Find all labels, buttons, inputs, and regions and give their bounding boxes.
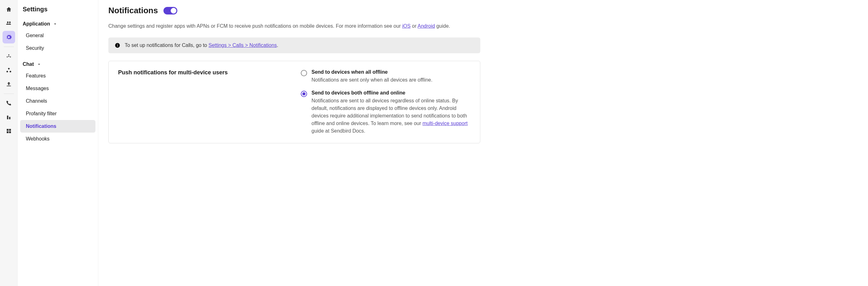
option-offline-online[interactable]: Send to devices both offline and online … <box>301 90 470 135</box>
banner-text: To set up notifications for Calls, go to… <box>125 42 278 48</box>
page-title: Notifications <box>108 6 158 15</box>
sidebar-item-notifications[interactable]: Notifications <box>20 120 95 133</box>
rail-upload[interactable] <box>2 78 15 90</box>
multi-device-card: Push notifications for multi-device user… <box>108 61 480 143</box>
svg-rect-16 <box>117 45 118 46</box>
phone-icon <box>6 100 12 106</box>
icon-rail <box>0 0 18 286</box>
options-group: Send to devices when all offline Notific… <box>301 69 470 135</box>
sidebar-item-channels[interactable]: Channels <box>20 95 95 107</box>
rail-bars[interactable] <box>2 111 15 124</box>
desc-post: guide at Sendbird Docs. <box>311 128 365 133</box>
sidebar-item-webhooks[interactable]: Webhooks <box>20 133 95 145</box>
sidebar-item-features[interactable]: Features <box>20 70 95 82</box>
rail-settings[interactable] <box>2 31 15 43</box>
svg-rect-13 <box>7 131 8 133</box>
intro-text: Change settings and register apps with A… <box>108 22 480 30</box>
svg-rect-10 <box>9 117 10 119</box>
ios-link[interactable]: iOS <box>402 23 411 29</box>
intro-mid: or <box>411 23 417 29</box>
option-label: Send to devices when all offline <box>311 69 470 75</box>
calls-info-banner: To set up notifications for Calls, go to… <box>108 37 480 53</box>
page-header: Notifications <box>108 6 480 15</box>
svg-point-2 <box>8 54 9 55</box>
option-body: Send to devices when all offline Notific… <box>311 69 470 84</box>
svg-point-7 <box>6 71 8 72</box>
section-chat[interactable]: Chat <box>20 59 95 70</box>
svg-rect-9 <box>7 116 8 119</box>
main-content: Notifications Change settings and regist… <box>98 0 490 286</box>
intro-post: guide. <box>435 23 450 29</box>
rail-divider <box>4 46 14 47</box>
section-label: Chat <box>23 61 34 67</box>
svg-point-8 <box>9 71 11 72</box>
sidebar-item-security[interactable]: Security <box>20 42 95 55</box>
calls-settings-link[interactable]: Settings > Calls > Notifications <box>209 42 277 48</box>
section-label: Application <box>23 21 50 27</box>
svg-point-17 <box>117 44 118 44</box>
section-application[interactable]: Application <box>20 19 95 29</box>
rail-users[interactable] <box>2 17 15 30</box>
sidebar-item-profanity[interactable]: Profanity filter <box>20 107 95 120</box>
notifications-toggle[interactable] <box>163 7 177 14</box>
option-desc: Notifications are sent only when all dev… <box>311 76 470 84</box>
rail-phone[interactable] <box>2 97 15 109</box>
rail-grid[interactable] <box>2 125 15 137</box>
radio-all-offline[interactable] <box>301 70 307 76</box>
rail-home[interactable] <box>2 3 15 16</box>
gear-icon <box>6 34 12 40</box>
card-title: Push notifications for multi-device user… <box>118 69 288 135</box>
android-link[interactable]: Android <box>417 23 435 29</box>
svg-point-1 <box>9 22 10 23</box>
dots-icon <box>6 53 12 60</box>
svg-point-0 <box>7 22 8 23</box>
grid-icon <box>6 128 12 134</box>
settings-sidebar: Settings Application General Security Ch… <box>18 0 98 286</box>
upload-icon <box>6 81 12 87</box>
banner-pre: To set up notifications for Calls, go to <box>125 42 209 48</box>
sidebar-title: Settings <box>20 4 95 19</box>
nodes-icon <box>6 67 12 73</box>
toggle-knob <box>171 8 176 13</box>
home-icon <box>6 6 12 12</box>
option-desc: Notifications are sent to all devices re… <box>311 97 470 135</box>
svg-rect-12 <box>9 129 11 131</box>
option-label: Send to devices both offline and online <box>311 90 470 96</box>
multi-device-support-link[interactable]: multi-device support <box>423 121 468 126</box>
svg-point-4 <box>10 56 11 57</box>
rail-divider <box>4 94 14 94</box>
rail-nodes[interactable] <box>2 64 15 76</box>
svg-rect-14 <box>9 131 11 133</box>
intro-pre: Change settings and register apps with A… <box>108 23 402 29</box>
sidebar-item-general[interactable]: General <box>20 29 95 42</box>
option-all-offline[interactable]: Send to devices when all offline Notific… <box>301 69 470 84</box>
chevron-down-icon <box>53 22 58 27</box>
svg-point-5 <box>8 56 9 57</box>
sidebar-item-messages[interactable]: Messages <box>20 82 95 95</box>
svg-rect-11 <box>7 129 8 131</box>
chevron-down-icon <box>36 62 41 67</box>
bars-icon <box>6 114 12 120</box>
radio-offline-online[interactable] <box>301 91 307 97</box>
option-body: Send to devices both offline and online … <box>311 90 470 135</box>
info-icon <box>115 42 120 48</box>
banner-post: . <box>277 42 278 48</box>
rail-dots[interactable] <box>2 50 15 63</box>
svg-point-3 <box>7 56 7 57</box>
users-icon <box>6 20 12 27</box>
svg-point-6 <box>8 68 9 70</box>
